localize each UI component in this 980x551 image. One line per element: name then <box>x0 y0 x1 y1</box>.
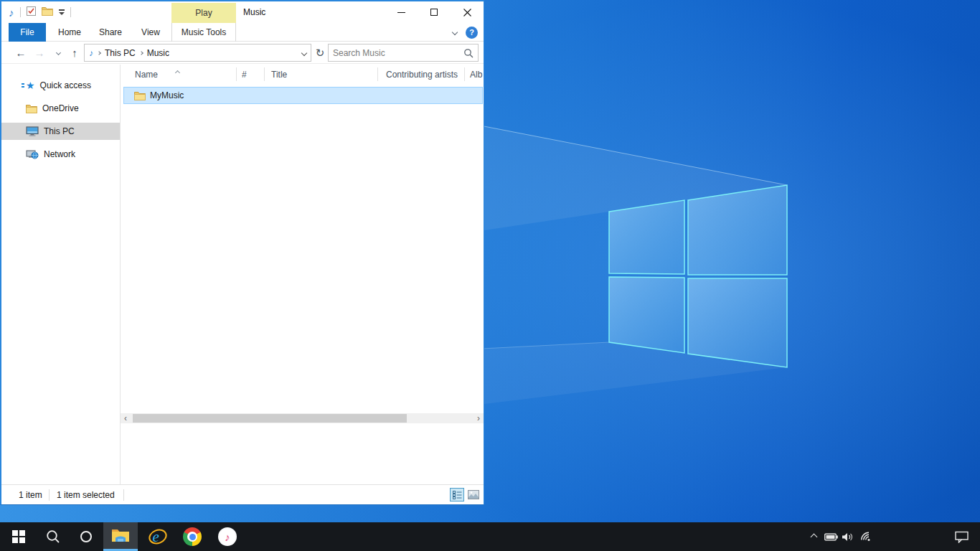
breadcrumb-chevron-icon <box>97 51 101 55</box>
internet-explorer-icon: e <box>148 527 168 547</box>
contextual-group-play[interactable]: Play <box>171 3 236 23</box>
refresh-icon: ↻ <box>316 47 325 60</box>
up-button[interactable]: ↑ <box>67 42 83 64</box>
column-divider[interactable] <box>377 67 378 81</box>
minimize-button[interactable] <box>385 1 418 23</box>
selection-count: 1 item selected <box>57 485 115 505</box>
column-divider[interactable] <box>464 67 465 81</box>
search-icon[interactable] <box>463 48 473 58</box>
details-view-button[interactable] <box>450 488 464 501</box>
caption-buttons <box>385 1 484 23</box>
large-icons-view-button[interactable] <box>466 488 481 501</box>
column-header-number[interactable]: # <box>242 65 247 84</box>
sidebar-item-label: Network <box>44 149 75 159</box>
folder-icon <box>134 91 146 100</box>
scrollbar-thumb[interactable] <box>133 414 407 423</box>
sidebar-item-label: OneDrive <box>42 103 79 113</box>
tab-file[interactable]: File <box>9 23 46 42</box>
taskbar-itunes-button[interactable]: ♪ <box>210 522 245 551</box>
battery-icon[interactable] <box>822 522 839 551</box>
taskbar-internet-explorer-button[interactable]: e <box>141 522 175 551</box>
refresh-button[interactable]: ↻ <box>313 44 327 62</box>
forward-icon: → <box>34 47 45 59</box>
navigation-toolbar: ← → ↑ ♪ This PC Music ↻ <box>1 42 484 64</box>
sidebar-item-network[interactable]: Network <box>1 146 120 163</box>
explorer-window: ♪ Play Music <box>0 0 484 505</box>
sidebar-item-label: This PC <box>44 126 75 136</box>
address-dropdown-chevron-icon[interactable] <box>301 50 307 55</box>
help-button[interactable]: ? <box>466 27 478 39</box>
file-row-mymusic[interactable]: MyMusic <box>123 87 483 104</box>
scroll-right-button[interactable]: › <box>473 413 484 423</box>
hidden-icons-chevron-icon[interactable] <box>805 522 822 551</box>
titlebar: ♪ Play Music <box>1 1 484 23</box>
maximize-button[interactable] <box>418 1 451 23</box>
item-count: 1 item <box>19 485 42 505</box>
status-divider <box>49 489 50 501</box>
taskbar-search-button[interactable] <box>36 522 70 551</box>
sort-ascending-icon <box>176 67 179 77</box>
sidebar-item-this-pc[interactable]: This PC <box>1 123 120 140</box>
window-music-note-icon: ♪ <box>9 7 14 18</box>
address-bar[interactable]: ♪ This PC Music <box>84 44 311 62</box>
tab-share[interactable]: Share <box>92 23 129 42</box>
navigation-pane: ★ Quick access OneDrive This PC Network <box>1 65 120 484</box>
status-divider <box>123 489 124 501</box>
back-icon: ← <box>16 47 27 59</box>
column-header-album[interactable]: Alb <box>470 65 482 84</box>
separator <box>70 7 71 17</box>
svg-text:e: e <box>153 528 159 545</box>
cortana-icon <box>80 531 92 542</box>
search-input[interactable] <box>333 48 463 58</box>
column-header-contributing-artists[interactable]: Contributing artists <box>386 65 458 84</box>
properties-checkbox-icon[interactable] <box>27 6 36 18</box>
forward-button[interactable]: → <box>32 42 47 64</box>
folder-icon <box>26 104 37 113</box>
column-divider[interactable] <box>236 67 237 81</box>
breadcrumb-this-pc[interactable]: This PC <box>105 48 136 58</box>
column-divider[interactable] <box>264 67 265 81</box>
column-header-title[interactable]: Title <box>271 65 287 84</box>
quick-access-toolbar: ♪ <box>9 1 71 23</box>
customize-qat-dropdown-icon[interactable] <box>59 9 65 15</box>
cortana-button[interactable] <box>69 522 103 551</box>
column-header-name[interactable]: Name <box>135 65 158 84</box>
network-icon <box>26 149 39 159</box>
close-button[interactable] <box>451 1 484 23</box>
system-tray <box>805 522 980 551</box>
tab-music-tools[interactable]: Music Tools <box>171 23 236 42</box>
file-explorer-icon <box>111 528 130 543</box>
minimize-icon <box>397 12 405 13</box>
ribbon-right-controls: ? <box>453 23 478 42</box>
taskbar: e ♪ <box>0 522 980 551</box>
sidebar-item-onedrive[interactable]: OneDrive <box>1 100 120 117</box>
back-button[interactable]: ← <box>13 42 29 64</box>
new-folder-icon[interactable] <box>42 6 53 18</box>
volume-icon[interactable] <box>839 522 857 551</box>
up-icon: ↑ <box>72 47 77 59</box>
maximize-icon <box>430 9 438 16</box>
chrome-icon <box>183 527 202 546</box>
monitor-icon <box>26 126 39 136</box>
action-center-icon[interactable] <box>953 522 970 551</box>
breadcrumb-music[interactable]: Music <box>147 48 169 58</box>
window-title: Music <box>243 1 265 23</box>
star-icon: ★ <box>26 80 35 90</box>
close-icon <box>463 9 471 17</box>
expand-ribbon-chevron-icon[interactable] <box>452 29 458 35</box>
tab-view[interactable]: View <box>133 23 168 42</box>
scroll-left-icon: ‹ <box>124 413 127 423</box>
tab-home[interactable]: Home <box>52 23 88 42</box>
network-signal-icon[interactable] <box>857 522 874 551</box>
scroll-left-button[interactable]: ‹ <box>121 413 131 423</box>
recent-locations-button[interactable] <box>52 42 65 64</box>
help-icon: ? <box>469 28 474 37</box>
horizontal-scrollbar: ‹ › <box>121 413 484 423</box>
taskbar-chrome-button[interactable] <box>175 522 209 551</box>
status-bar: 1 item 1 item selected <box>1 484 484 504</box>
search-icon <box>46 529 60 544</box>
start-button[interactable] <box>1 522 36 551</box>
sidebar-item-quick-access[interactable]: ★ Quick access <box>1 77 120 94</box>
taskbar-file-explorer-button[interactable] <box>103 522 138 551</box>
itunes-icon: ♪ <box>218 527 237 546</box>
